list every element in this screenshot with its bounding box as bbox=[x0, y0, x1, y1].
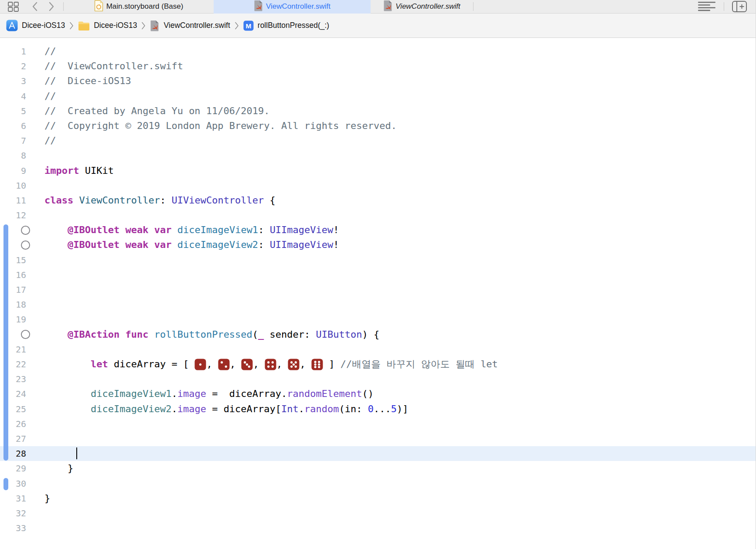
dice-image-literal-3[interactable] bbox=[241, 357, 253, 372]
code-line-5[interactable]: 5// Created by Angela Yu on 11/06/2019. bbox=[0, 104, 756, 119]
code-line-12[interactable]: 12 bbox=[0, 208, 756, 223]
breadcrumb: Dicee-iOS13 Dicee-iOS13 ViewController.s… bbox=[6, 20, 329, 31]
tab-label: ViewController.swift bbox=[395, 2, 460, 11]
editor-options-icon[interactable] bbox=[694, 0, 719, 14]
dice-image-literal-6[interactable] bbox=[311, 357, 323, 372]
gutter: 5 bbox=[0, 106, 32, 116]
gutter: 3 bbox=[0, 76, 32, 86]
tabbar-divider-right bbox=[473, 2, 473, 11]
line-number: 31 bbox=[16, 493, 32, 504]
code-line-15[interactable]: 15 bbox=[0, 253, 756, 268]
gutter: 4 bbox=[0, 91, 32, 102]
dice-image-literal-2[interactable] bbox=[218, 357, 230, 372]
line-number: 7 bbox=[21, 136, 32, 146]
code-line-22[interactable]: 22 let diceArray = [ , , , , , ] //배열을 바… bbox=[0, 357, 756, 372]
code-text: // bbox=[44, 44, 56, 59]
line-number: 15 bbox=[16, 255, 32, 265]
code-line-9[interactable]: 9import UIKit bbox=[0, 163, 756, 178]
code-line-26[interactable]: 26 bbox=[0, 417, 756, 431]
code-line-27[interactable]: 27 bbox=[0, 431, 756, 446]
breadcrumb-label: Dicee-iOS13 bbox=[22, 21, 65, 30]
project-icon bbox=[6, 20, 18, 31]
code-text: // Copyright © 2019 London App Brewery. … bbox=[44, 119, 397, 133]
source-editor[interactable]: 1//2// ViewController.swift3// Dicee-iOS… bbox=[0, 38, 756, 549]
code-line-7[interactable]: 7// bbox=[0, 133, 756, 148]
tab-viewcontroller-swift-2[interactable]: ViewController.swift bbox=[371, 0, 473, 14]
code-text: } bbox=[44, 461, 73, 476]
code-line-31[interactable]: 31} bbox=[0, 491, 756, 506]
code-line-8[interactable]: 8 bbox=[0, 148, 756, 163]
code-line-28[interactable]: 28 bbox=[0, 446, 756, 461]
tab-viewcontroller-swift-1[interactable]: ViewController.swift bbox=[214, 0, 371, 14]
breadcrumb-separator-icon bbox=[69, 22, 74, 30]
code-line-24[interactable]: 24 diceImageView1.image = diceArray.rand… bbox=[0, 386, 756, 401]
code-text: // Dicee-iOS13 bbox=[44, 74, 131, 88]
line-number: 27 bbox=[16, 434, 32, 444]
add-editor-icon[interactable] bbox=[729, 0, 750, 14]
code-line-30[interactable]: 30 bbox=[0, 476, 756, 491]
ib-connection-circle[interactable] bbox=[21, 226, 30, 235]
line-number: 10 bbox=[16, 180, 32, 191]
breadcrumb-item-dicee-ios13[interactable]: Dicee-iOS13 bbox=[6, 20, 65, 31]
line-number: 25 bbox=[16, 404, 32, 414]
tab-overview-icon[interactable] bbox=[4, 0, 22, 14]
line-number: 26 bbox=[16, 419, 32, 429]
line-number: 30 bbox=[16, 478, 32, 489]
tab-main-storyboard-base--0[interactable]: Main.storyboard (Base) bbox=[64, 0, 214, 14]
tabbar-right-divider bbox=[724, 2, 724, 11]
gutter: 11 bbox=[0, 195, 32, 206]
code-line-6[interactable]: 6// Copyright © 2019 London App Brewery.… bbox=[0, 119, 756, 133]
dice-image-literal-4[interactable] bbox=[265, 357, 276, 372]
code-line-16[interactable]: 16 bbox=[0, 268, 756, 282]
breadcrumb-label: Dicee-iOS13 bbox=[94, 21, 137, 30]
ib-connection-circle[interactable] bbox=[21, 241, 30, 250]
code-line-13[interactable]: @IBOutlet weak var diceImageView1: UIIma… bbox=[0, 223, 756, 237]
code-line-23[interactable]: 23 bbox=[0, 372, 756, 386]
code-text: class ViewController: UIViewController { bbox=[44, 193, 276, 208]
code-text: @IBOutlet weak var diceImageView2: UIIma… bbox=[44, 237, 339, 252]
code-line-14[interactable]: @IBOutlet weak var diceImageView2: UIIma… bbox=[0, 237, 756, 252]
ib-connection-circle[interactable] bbox=[21, 330, 30, 339]
code-line-18[interactable]: 18 bbox=[0, 297, 756, 312]
storyboard-icon bbox=[94, 0, 104, 14]
code-line-32[interactable]: 32 bbox=[0, 506, 756, 521]
gutter: 33 bbox=[0, 523, 32, 533]
code-line-2[interactable]: 2// ViewController.swift bbox=[0, 59, 756, 74]
code-line-1[interactable]: 1// bbox=[0, 44, 756, 59]
gutter: 2 bbox=[0, 61, 32, 71]
breadcrumb-item-dicee-ios13[interactable]: Dicee-iOS13 bbox=[78, 21, 137, 30]
line-number: 17 bbox=[16, 285, 32, 295]
code-text: // bbox=[44, 133, 56, 148]
jump-bar: Dicee-iOS13 Dicee-iOS13 ViewController.s… bbox=[0, 14, 756, 38]
code-text: } bbox=[44, 491, 50, 506]
line-number: 1 bbox=[21, 46, 32, 57]
breadcrumb-item-rollbuttonpressed-[interactable]: M rollButtonPressed(_:) bbox=[243, 20, 329, 31]
code-text: // Created by Angela Yu on 11/06/2019. bbox=[44, 104, 270, 119]
code-line-19[interactable]: 19 bbox=[0, 312, 756, 327]
code-line-17[interactable]: 17 bbox=[0, 282, 756, 297]
code-line-3[interactable]: 3// Dicee-iOS13 bbox=[0, 74, 756, 88]
line-number: 32 bbox=[16, 508, 32, 518]
code-text: let diceArray = [ , , , , , ] //배열을 바꾸지 … bbox=[44, 357, 498, 372]
code-line-20[interactable]: @IBAction func rollButtonPressed(_ sende… bbox=[0, 327, 756, 342]
code-line-33[interactable]: 33 bbox=[0, 521, 756, 535]
code-line-21[interactable]: 21 bbox=[0, 342, 756, 357]
code-line-4[interactable]: 4// bbox=[0, 89, 756, 104]
code-text: @IBOutlet weak var diceImageView1: UIIma… bbox=[44, 223, 339, 237]
line-number: 4 bbox=[21, 91, 32, 102]
line-number: 16 bbox=[16, 270, 32, 280]
dice-image-literal-1[interactable] bbox=[194, 357, 206, 372]
line-number: 21 bbox=[16, 344, 32, 355]
tab-bar: Main.storyboard (Base) ViewController.sw… bbox=[0, 0, 756, 14]
navigate-back-icon[interactable] bbox=[28, 0, 41, 14]
gutter: 10 bbox=[0, 180, 32, 191]
dice-image-literal-5[interactable] bbox=[288, 357, 300, 372]
code-line-10[interactable]: 10 bbox=[0, 178, 756, 193]
code-line-11[interactable]: 11class ViewController: UIViewController… bbox=[0, 193, 756, 208]
line-number: 5 bbox=[21, 106, 32, 116]
code-line-29[interactable]: 29 } bbox=[0, 461, 756, 476]
code-line-25[interactable]: 25 diceImageView2.image = diceArray[Int.… bbox=[0, 402, 756, 417]
breadcrumb-item-viewcontroller-swift[interactable]: ViewController.swift bbox=[150, 20, 230, 31]
gutter: 7 bbox=[0, 136, 32, 146]
navigate-forward-icon[interactable] bbox=[45, 0, 58, 14]
